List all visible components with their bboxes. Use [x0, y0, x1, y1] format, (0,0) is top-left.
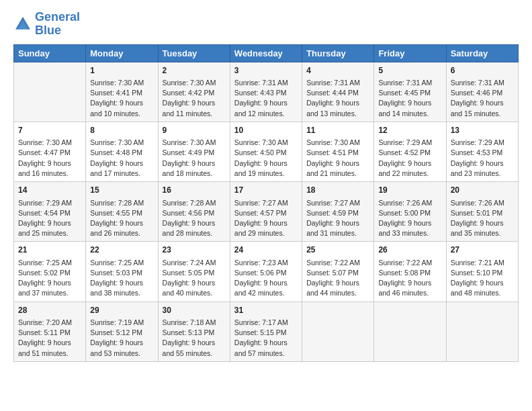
cell-2-3: 17Sunrise: 7:27 AM Sunset: 4:57 PM Dayli…: [230, 182, 302, 242]
page: General Blue SundayMondayTuesdayWednesda…: [0, 0, 532, 369]
header-day-thursday: Thursday: [302, 44, 374, 62]
day-number: 17: [234, 185, 298, 196]
day-number: 15: [90, 185, 153, 196]
day-number: 29: [90, 305, 153, 316]
day-number: 2: [163, 65, 226, 77]
header-day-monday: Monday: [86, 44, 158, 62]
cell-content: Sunrise: 7:24 AM Sunset: 5:05 PM Dayligh…: [163, 258, 226, 299]
day-number: 20: [451, 185, 514, 196]
day-number: 13: [451, 125, 514, 136]
cell-content: Sunrise: 7:30 AM Sunset: 4:51 PM Dayligh…: [306, 138, 369, 179]
cell-content: Sunrise: 7:31 AM Sunset: 4:44 PM Dayligh…: [306, 78, 369, 119]
cell-content: Sunrise: 7:31 AM Sunset: 4:46 PM Dayligh…: [451, 78, 514, 119]
cell-content: Sunrise: 7:22 AM Sunset: 5:07 PM Dayligh…: [306, 258, 369, 299]
cell-2-2: 16Sunrise: 7:28 AM Sunset: 4:56 PM Dayli…: [158, 182, 230, 242]
week-row-3: 21Sunrise: 7:25 AM Sunset: 5:02 PM Dayli…: [14, 242, 519, 302]
cell-content: Sunrise: 7:20 AM Sunset: 5:11 PM Dayligh…: [18, 318, 81, 359]
cell-4-6: [446, 302, 518, 361]
cell-3-3: 24Sunrise: 7:23 AM Sunset: 5:06 PM Dayli…: [230, 242, 302, 302]
day-number: 1: [90, 65, 153, 77]
day-number: 4: [306, 65, 369, 77]
day-number: 24: [234, 244, 298, 256]
cell-0-6: 6Sunrise: 7:31 AM Sunset: 4:46 PM Daylig…: [446, 62, 518, 122]
cell-0-5: 5Sunrise: 7:31 AM Sunset: 4:45 PM Daylig…: [374, 62, 446, 122]
day-number: 22: [90, 244, 153, 256]
cell-4-0: 28Sunrise: 7:20 AM Sunset: 5:11 PM Dayli…: [14, 302, 86, 361]
header-day-tuesday: Tuesday: [158, 44, 230, 62]
week-row-4: 28Sunrise: 7:20 AM Sunset: 5:11 PM Dayli…: [14, 302, 519, 361]
cell-2-6: 20Sunrise: 7:26 AM Sunset: 5:01 PM Dayli…: [446, 182, 518, 242]
cell-0-4: 4Sunrise: 7:31 AM Sunset: 4:44 PM Daylig…: [302, 62, 374, 122]
cell-2-1: 15Sunrise: 7:28 AM Sunset: 4:55 PM Dayli…: [86, 182, 158, 242]
cell-3-1: 22Sunrise: 7:25 AM Sunset: 5:03 PM Dayli…: [86, 242, 158, 302]
cell-content: Sunrise: 7:27 AM Sunset: 4:59 PM Dayligh…: [306, 198, 369, 239]
cell-content: Sunrise: 7:27 AM Sunset: 4:57 PM Dayligh…: [234, 198, 298, 239]
day-number: 3: [234, 65, 298, 77]
cell-1-4: 11Sunrise: 7:30 AM Sunset: 4:51 PM Dayli…: [302, 122, 374, 181]
day-number: 18: [306, 185, 369, 196]
cell-content: Sunrise: 7:28 AM Sunset: 4:55 PM Dayligh…: [90, 198, 153, 239]
day-number: 27: [451, 244, 514, 256]
day-number: 19: [378, 185, 441, 196]
cell-0-2: 2Sunrise: 7:30 AM Sunset: 4:42 PM Daylig…: [158, 62, 230, 122]
cell-content: Sunrise: 7:30 AM Sunset: 4:47 PM Dayligh…: [18, 138, 81, 179]
header-day-sunday: Sunday: [14, 44, 86, 62]
cell-content: Sunrise: 7:30 AM Sunset: 4:50 PM Dayligh…: [234, 138, 298, 179]
cell-4-5: [374, 302, 446, 361]
cell-content: Sunrise: 7:22 AM Sunset: 5:08 PM Dayligh…: [378, 258, 441, 299]
cell-3-2: 23Sunrise: 7:24 AM Sunset: 5:05 PM Dayli…: [158, 242, 230, 302]
day-number: 14: [18, 185, 81, 196]
day-number: 10: [234, 125, 298, 136]
cell-1-2: 9Sunrise: 7:30 AM Sunset: 4:49 PM Daylig…: [158, 122, 230, 181]
cell-content: Sunrise: 7:26 AM Sunset: 5:01 PM Dayligh…: [451, 198, 514, 239]
day-number: 12: [378, 125, 441, 136]
day-number: 5: [378, 65, 441, 77]
logo-text: General Blue: [35, 11, 80, 38]
cell-content: Sunrise: 7:31 AM Sunset: 4:45 PM Dayligh…: [378, 78, 441, 119]
day-number: 30: [163, 305, 226, 316]
week-row-0: 1Sunrise: 7:30 AM Sunset: 4:41 PM Daylig…: [14, 62, 519, 122]
logo-icon: [13, 15, 32, 34]
cell-3-5: 26Sunrise: 7:22 AM Sunset: 5:08 PM Dayli…: [374, 242, 446, 302]
day-number: 25: [306, 244, 369, 256]
header-day-friday: Friday: [374, 44, 446, 62]
week-row-2: 14Sunrise: 7:29 AM Sunset: 4:54 PM Dayli…: [14, 182, 519, 242]
cell-content: Sunrise: 7:25 AM Sunset: 5:03 PM Dayligh…: [90, 258, 153, 299]
day-number: 6: [451, 65, 514, 77]
cell-4-3: 31Sunrise: 7:17 AM Sunset: 5:15 PM Dayli…: [230, 302, 302, 361]
day-number: 23: [163, 244, 226, 256]
header-day-saturday: Saturday: [446, 44, 518, 62]
cell-0-3: 3Sunrise: 7:31 AM Sunset: 4:43 PM Daylig…: [230, 62, 302, 122]
header-day-wednesday: Wednesday: [230, 44, 302, 62]
cell-0-1: 1Sunrise: 7:30 AM Sunset: 4:41 PM Daylig…: [86, 62, 158, 122]
cell-2-4: 18Sunrise: 7:27 AM Sunset: 4:59 PM Dayli…: [302, 182, 374, 242]
cell-content: Sunrise: 7:19 AM Sunset: 5:12 PM Dayligh…: [90, 318, 153, 359]
header-row: SundayMondayTuesdayWednesdayThursdayFrid…: [14, 44, 519, 62]
day-number: 28: [18, 305, 81, 316]
cell-content: Sunrise: 7:29 AM Sunset: 4:54 PM Dayligh…: [18, 198, 81, 239]
cell-content: Sunrise: 7:26 AM Sunset: 5:00 PM Dayligh…: [378, 198, 441, 239]
logo: General Blue: [13, 11, 80, 38]
cell-0-0: [14, 62, 86, 122]
cell-1-3: 10Sunrise: 7:30 AM Sunset: 4:50 PM Dayli…: [230, 122, 302, 181]
day-number: 31: [234, 305, 298, 316]
cell-content: Sunrise: 7:18 AM Sunset: 5:13 PM Dayligh…: [163, 318, 226, 359]
day-number: 8: [90, 125, 153, 136]
cell-content: Sunrise: 7:28 AM Sunset: 4:56 PM Dayligh…: [163, 198, 226, 239]
cell-4-4: [302, 302, 374, 361]
cell-1-1: 8Sunrise: 7:30 AM Sunset: 4:48 PM Daylig…: [86, 122, 158, 181]
cell-3-0: 21Sunrise: 7:25 AM Sunset: 5:02 PM Dayli…: [14, 242, 86, 302]
cell-2-0: 14Sunrise: 7:29 AM Sunset: 4:54 PM Dayli…: [14, 182, 86, 242]
cell-3-6: 27Sunrise: 7:21 AM Sunset: 5:10 PM Dayli…: [446, 242, 518, 302]
cell-2-5: 19Sunrise: 7:26 AM Sunset: 5:00 PM Dayli…: [374, 182, 446, 242]
cell-1-0: 7Sunrise: 7:30 AM Sunset: 4:47 PM Daylig…: [14, 122, 86, 181]
cell-content: Sunrise: 7:30 AM Sunset: 4:49 PM Dayligh…: [163, 138, 226, 179]
cell-content: Sunrise: 7:29 AM Sunset: 4:53 PM Dayligh…: [451, 138, 514, 179]
cell-content: Sunrise: 7:30 AM Sunset: 4:41 PM Dayligh…: [90, 78, 153, 119]
cell-4-2: 30Sunrise: 7:18 AM Sunset: 5:13 PM Dayli…: [158, 302, 230, 361]
cell-content: Sunrise: 7:17 AM Sunset: 5:15 PM Dayligh…: [234, 318, 298, 359]
cell-content: Sunrise: 7:29 AM Sunset: 4:52 PM Dayligh…: [378, 138, 441, 179]
day-number: 7: [18, 125, 81, 136]
cell-4-1: 29Sunrise: 7:19 AM Sunset: 5:12 PM Dayli…: [86, 302, 158, 361]
cell-content: Sunrise: 7:30 AM Sunset: 4:42 PM Dayligh…: [163, 78, 226, 119]
